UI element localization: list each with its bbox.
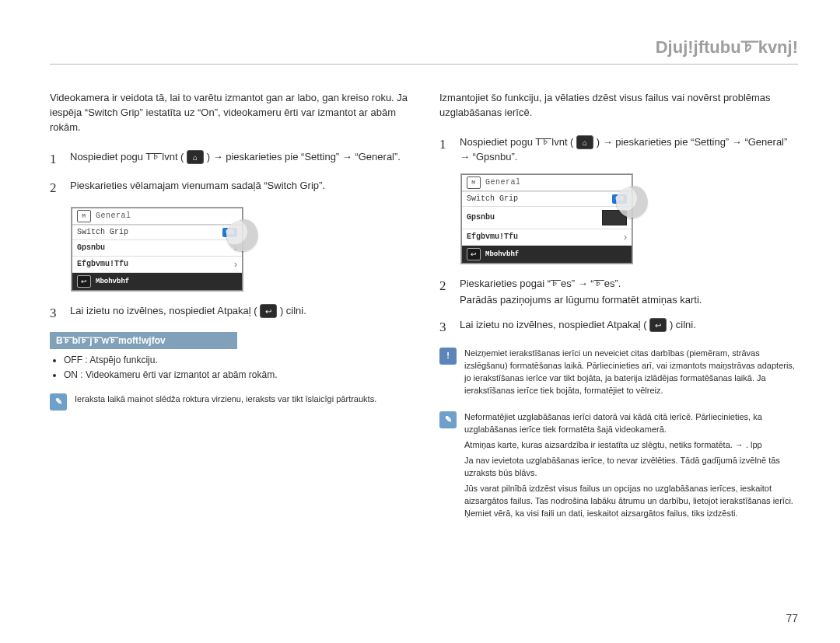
page-header: Djuj!jftubuꠑkvnj! <box>50 37 798 65</box>
warning-box: ! Neizņemiet ierakstīšanas ierīci un nev… <box>439 348 798 400</box>
back-icon: ↩ <box>260 304 277 318</box>
back-icon: ↩ <box>77 275 91 288</box>
back-icon: ↩ <box>467 248 481 260</box>
note-icon: ✎ <box>50 393 67 411</box>
right-step-3: 3 Lai izietu no izvēlnes, nospiediet Atp… <box>439 317 798 337</box>
left-step-3: 3 Lai izietu no izvēlnes, nospiediet Atp… <box>50 303 408 323</box>
home-icon: ⌂ <box>187 150 204 164</box>
menu-screenshot-left: MGeneral Switch GripON Gpsnbu› Efgbvmu!T… <box>72 208 243 291</box>
left-step-2: 2 Pieskarieties vēlamajam vienumam sadaļ… <box>50 178 408 198</box>
left-intro: Videokamera ir veidota tā, lai to varētu… <box>50 91 408 135</box>
mode-icon: M <box>77 210 91 222</box>
left-column: Videokamera ir veidota tā, lai to varētu… <box>50 91 408 523</box>
submenu-title: Bꠑblꠑjꠑwꠑmoft!wjfov <box>50 332 237 349</box>
note-box: ✎ Ieraksta laikā mainot slēdža roktura v… <box>50 393 408 411</box>
chevron-right-icon: › <box>624 232 627 243</box>
back-icon: ↩ <box>649 318 667 332</box>
right-step-1: 1 Nospiediet pogu Tꠑlvnt ( ⌂ ) → pieskar… <box>439 135 798 165</box>
right-step-2: 2 Pieskarieties pogai “ꠑes” → “ꠑes”. Par… <box>439 276 798 308</box>
chevron-right-icon: › <box>234 243 237 253</box>
warning-icon: ! <box>439 348 457 365</box>
right-column: Izmantojiet šo funkciju, ja vēlaties dzē… <box>439 91 798 523</box>
page-number: 77 <box>786 612 798 624</box>
menu-screenshot-right: MGeneral Switch GripON Gpsnbu Efgbvmu!Tf… <box>461 174 632 264</box>
right-intro: Izmantojiet šo funkciju, ja vēlaties dzē… <box>439 91 798 121</box>
mode-icon: M <box>467 176 481 189</box>
manual-page: Djuj!jftubuꠑkvnj! Videokamera ir veidota… <box>0 0 840 643</box>
page-title: Djuj!jftubuꠑkvnj! <box>656 37 798 58</box>
thumbnail-icon <box>602 210 627 225</box>
left-step-1: 1 Nospiediet pogu Tꠑlvnt ( ⌂ ) → pieskar… <box>50 149 408 169</box>
submenu-items: OFF : Atspējo funkciju. ON : Videokameru… <box>50 354 408 383</box>
note-icon: ✎ <box>439 411 457 428</box>
chevron-right-icon: › <box>234 259 237 270</box>
home-icon: ⌂ <box>576 135 593 149</box>
tip-box: ✎ Neformatējiet uzglabāšanas ierīci dato… <box>439 411 798 523</box>
